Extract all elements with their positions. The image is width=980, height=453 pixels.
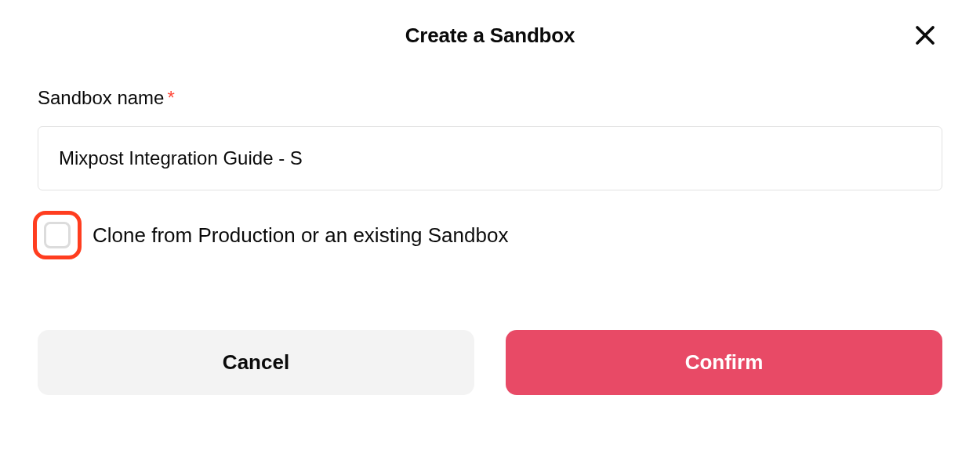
clone-checkbox[interactable] [44,222,71,248]
modal-title: Create a Sandbox [38,24,942,48]
required-asterisk: * [167,87,174,108]
sandbox-name-input[interactable] [38,126,942,190]
sandbox-name-group: Sandbox name* [38,87,942,190]
sandbox-name-label: Sandbox name* [38,87,942,109]
sandbox-name-label-text: Sandbox name [38,87,164,108]
modal-header: Create a Sandbox [38,24,942,48]
cancel-button[interactable]: Cancel [38,330,474,395]
modal-button-row: Cancel Confirm [38,330,942,395]
confirm-button[interactable]: Confirm [506,330,942,395]
create-sandbox-modal: Create a Sandbox Sandbox name* Clone fro… [0,0,980,426]
clone-checkbox-label: Clone from Production or an existing San… [93,223,508,248]
clone-checkbox-row: Clone from Production or an existing San… [38,211,942,259]
close-button[interactable] [911,22,939,50]
checkbox-highlight-ring [33,211,82,259]
close-icon [913,24,937,49]
